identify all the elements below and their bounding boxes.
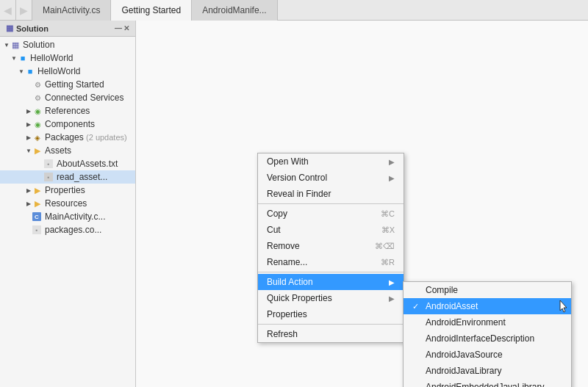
tree-item-aboutassets[interactable]: ▪ AboutAssets.txt [0,157,135,170]
cm-properties[interactable]: Properties [258,306,404,322]
nav-back-button[interactable]: ◀ [0,0,16,21]
tree-area: ▼ ▦ Solution ▼ ■ HelloWorld ▼ ■ HelloWor… [0,37,135,387]
solution-icon: ▦ [10,40,21,50]
packages-config-icon: ▪ [32,225,41,234]
cm-version-control[interactable]: Version Control ▶ [258,170,404,186]
tab-androidmanifest[interactable]: AndroidManife... [192,0,277,21]
cm-quick-properties[interactable]: Quick Properties ▶ [258,290,404,306]
build-action-arrow: ▶ [389,278,395,286]
expand-resources[interactable]: ▶ [25,198,32,209]
tree-item-read-asset[interactable]: ▪ read_asset... [0,170,135,184]
tab-mainactivity[interactable]: MainActivity.cs [32,0,111,21]
properties-folder-icon: ▶ [32,185,43,195]
project-icon2: ■ [25,66,35,76]
quick-properties-arrow: ▶ [389,294,395,303]
tree-item-packages[interactable]: ▶ ◈ Packages (2 updates) [0,131,135,144]
mainactivity-icon: C [32,212,41,221]
close-button[interactable]: ✕ [123,24,129,32]
cm-cut[interactable]: Cut ⌘X [258,222,404,238]
tree-item-properties-folder[interactable]: ▶ ▶ Properties [0,184,135,197]
expand-properties[interactable]: ▶ [25,185,32,195]
tree-item-mainactivity[interactable]: C MainActivity.c... [0,210,135,223]
solution-icon: ▦ [6,23,13,33]
separator-3 [258,324,404,325]
panel-header: ▦ Solution — ✕ [0,21,135,37]
tree-item-packages-config[interactable]: ▪ packages.co... [0,223,135,236]
expand-components[interactable]: ▶ [25,119,32,129]
separator-1 [258,203,404,204]
solution-panel: ▦ Solution — ✕ ▼ ▦ Solution ▼ ■ HelloWor… [0,21,136,387]
expand-helloworld-project[interactable]: ▼ [18,66,25,76]
content-area: Open With ▶ Version Control ▶ Reveal in … [136,21,588,387]
sub-android-java-library[interactable]: AndroidJavaLibrary [404,363,571,379]
tree-item-connected-services[interactable]: ⚙ Connected Services [0,91,135,104]
tree-item-helloworld-project[interactable]: ▼ ■ HelloWorld [0,65,135,78]
context-menu: Open With ▶ Version Control ▶ Reveal in … [257,153,404,343]
tree-item-assets[interactable]: ▼ ▶ Assets [0,144,135,157]
minimize-button[interactable]: — [115,24,122,32]
version-control-arrow: ▶ [389,174,395,182]
tab-bar: ◀ ▶ MainActivity.cs Getting Started Andr… [0,0,588,21]
aboutassets-icon: ▪ [44,159,53,168]
expand-references[interactable]: ▶ [25,106,32,116]
connected-services-icon: ⚙ [32,93,43,103]
sub-android-embedded-java[interactable]: AndroidEmbeddedJavaLibrary [404,379,571,387]
expand-assets[interactable]: ▼ [25,145,32,156]
submenu-build-action: Compile ✓ AndroidAsset AndroidEnvironmen… [403,281,572,387]
cursor-icon [559,299,567,314]
cm-open-with[interactable]: Open With ▶ [258,153,404,170]
cm-reveal-in-finder[interactable]: Reveal in Finder [258,186,404,202]
cm-build-action[interactable]: Build Action ▶ [258,274,404,290]
tree-item-solution[interactable]: ▼ ▦ Solution [0,38,135,51]
sub-android-asset[interactable]: ✓ AndroidAsset [404,298,571,314]
resources-folder-icon: ▶ [32,198,43,209]
expand-packages[interactable]: ▶ [25,132,32,142]
assets-folder-icon: ▶ [32,145,43,156]
sub-compile[interactable]: Compile [404,282,571,298]
tree-item-resources-folder[interactable]: ▶ ▶ Resources [0,197,135,210]
tree-item-references[interactable]: ▶ ◉ References [0,104,135,117]
expand-solution[interactable]: ▼ [3,40,10,50]
separator-2 [258,272,404,272]
sub-android-java-source[interactable]: AndroidJavaSource [404,347,571,363]
project-icon: ■ [18,53,28,63]
packages-icon: ◈ [32,132,43,142]
main-area: ▦ Solution — ✕ ▼ ▦ Solution ▼ ■ HelloWor… [0,21,588,387]
cm-refresh[interactable]: Refresh [258,326,404,342]
cm-rename[interactable]: Rename... ⌘R [258,254,404,270]
tree-item-getting-started[interactable]: ⚙ Getting Started [0,78,135,91]
open-with-arrow: ▶ [389,158,395,166]
nav-forward-button[interactable]: ▶ [16,0,32,21]
references-icon: ◉ [32,106,43,116]
read-asset-icon: ▪ [44,173,53,181]
check-android-asset: ✓ [412,302,423,311]
tree-item-helloworld-root[interactable]: ▼ ■ HelloWorld [0,51,135,65]
cm-copy[interactable]: Copy ⌘C [258,206,404,222]
panel-title: Solution [16,24,49,33]
tab-getting-started[interactable]: Getting Started [111,0,192,21]
sub-android-interface-desc[interactable]: AndroidInterfaceDescription [404,330,571,347]
sub-android-environment[interactable]: AndroidEnvironment [404,314,571,330]
expand-helloworld-root[interactable]: ▼ [10,53,18,63]
tree-item-components[interactable]: ▶ ◉ Components [0,117,135,131]
components-icon: ◉ [32,119,43,129]
cm-remove[interactable]: Remove ⌘⌫ [258,238,404,254]
getting-started-icon: ⚙ [32,79,43,90]
